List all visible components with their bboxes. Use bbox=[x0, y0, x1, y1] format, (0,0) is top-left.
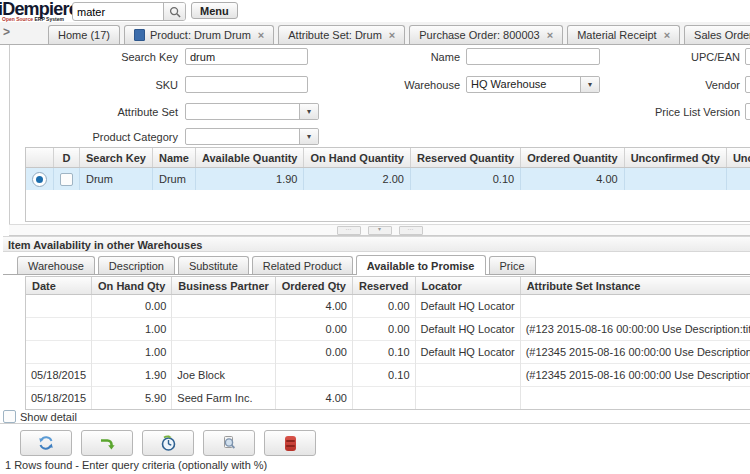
row-radio[interactable] bbox=[32, 172, 47, 187]
vendor-input[interactable] bbox=[745, 76, 750, 93]
column-header-reserved[interactable]: Reserved bbox=[352, 277, 415, 295]
column-header-date[interactable]: Date bbox=[26, 277, 92, 295]
column-header-search-key[interactable]: Search Key bbox=[80, 148, 153, 168]
close-icon[interactable]: × bbox=[547, 29, 553, 41]
refresh-button[interactable] bbox=[20, 430, 72, 456]
column-header-unconfirmed-move-qty[interactable]: Unconfirmed Move Qty bbox=[726, 148, 750, 168]
show-detail-label: Show detail bbox=[20, 411, 77, 423]
tab-substitute[interactable]: Substitute bbox=[178, 256, 249, 274]
search-key-label: Search Key bbox=[58, 51, 178, 63]
tab-material-receipt[interactable]: Material Receipt × bbox=[567, 25, 680, 44]
search-icon[interactable] bbox=[163, 3, 185, 20]
menu-button[interactable]: Menu bbox=[191, 2, 238, 19]
panel-border bbox=[9, 45, 10, 235]
tab-related-product[interactable]: Related Product bbox=[252, 256, 353, 274]
column-header-attribute-set-instance[interactable]: Attribute Set Instance bbox=[520, 277, 750, 295]
show-detail-checkbox[interactable] bbox=[3, 410, 16, 423]
column-header-locator[interactable]: Locator bbox=[415, 277, 520, 295]
chevron-down-icon[interactable]: ▾ bbox=[580, 77, 599, 92]
column-header-available-qty[interactable]: Available Quantity bbox=[195, 148, 304, 168]
zoom-button[interactable] bbox=[203, 430, 255, 456]
window-tabbar: > Home (17) Product: Drum Drum × Attribu… bbox=[0, 22, 750, 45]
price-list-version-input[interactable] bbox=[745, 103, 750, 120]
section-title: Item Availability in other Warehouses bbox=[3, 236, 750, 252]
close-icon[interactable]: × bbox=[664, 29, 670, 41]
table-cell bbox=[624, 168, 726, 191]
vendor-label: Vendor bbox=[620, 79, 740, 91]
upc-label: UPC/EAN bbox=[620, 51, 740, 63]
panel-splitter[interactable]: ··· ▾ ··· bbox=[9, 224, 750, 236]
table-cell: Drum bbox=[152, 168, 195, 191]
product-cube-icon bbox=[134, 29, 145, 41]
upc-input[interactable] bbox=[745, 48, 750, 65]
results-grid: D Search Key Name Available Quantity On … bbox=[25, 147, 750, 222]
table-cell bbox=[726, 168, 750, 191]
tab-product[interactable]: Product: Drum Drum × bbox=[124, 25, 274, 44]
tab-scroll-right-icon[interactable]: > bbox=[3, 25, 10, 43]
table-cell: Drum bbox=[80, 168, 153, 191]
column-header-name[interactable]: Name bbox=[152, 148, 195, 168]
table-row[interactable]: 05/18/2015 1.90 Joe Block 0.10 (#12345 2… bbox=[26, 364, 750, 387]
column-header-select[interactable] bbox=[26, 148, 54, 168]
splitter-grip-icon[interactable]: ··· bbox=[337, 226, 361, 235]
column-header-business-partner[interactable]: Business Partner bbox=[172, 277, 275, 295]
tab-attribute-set[interactable]: Attribute Set: Drum × bbox=[278, 25, 405, 44]
status-bar: 1 Rows found - Enter query criteria (opt… bbox=[0, 457, 750, 474]
sku-label: SKU bbox=[58, 79, 178, 91]
column-header-reserved-qty[interactable]: Reserved Quantity bbox=[410, 148, 520, 168]
tab-warehouse[interactable]: Warehouse bbox=[17, 256, 95, 274]
refresh-icon bbox=[38, 435, 54, 451]
chevron-down-icon[interactable]: ▾ bbox=[299, 104, 318, 119]
history-clock-icon bbox=[160, 435, 177, 452]
atp-table: Date On Hand Qty Business Partner Ordere… bbox=[25, 276, 750, 410]
warehouse-label: Warehouse bbox=[340, 79, 460, 91]
sku-input[interactable] bbox=[185, 76, 308, 93]
ok-button[interactable] bbox=[81, 430, 133, 456]
history-button[interactable] bbox=[142, 430, 194, 456]
warehouse-combo[interactable]: HQ Warehouse ▾ bbox=[466, 76, 600, 93]
search-key-input[interactable] bbox=[185, 48, 308, 65]
attribute-set-label: Attribute Set bbox=[58, 106, 178, 118]
database-icon bbox=[285, 436, 296, 451]
column-header-onhand[interactable]: On Hand Qty bbox=[92, 277, 172, 295]
price-list-version-label: Price List Version bbox=[610, 106, 740, 118]
tab-description[interactable]: Description bbox=[98, 256, 175, 274]
tab-price[interactable]: Price bbox=[489, 256, 536, 274]
table-cell: 0.10 bbox=[410, 168, 520, 191]
column-header-ordered-qty[interactable]: Ordered Quantity bbox=[521, 148, 624, 168]
name-label: Name bbox=[340, 51, 460, 63]
tab-sales-order[interactable]: Sales Order: 50000 × bbox=[684, 25, 750, 44]
chevron-down-icon[interactable]: ▾ bbox=[299, 129, 318, 144]
product-category-combo[interactable]: ▾ bbox=[185, 128, 319, 145]
bottom-toolbar bbox=[20, 430, 316, 456]
global-search-input[interactable] bbox=[73, 3, 163, 20]
name-input[interactable] bbox=[466, 48, 600, 65]
column-header-d[interactable]: D bbox=[54, 148, 80, 168]
close-icon[interactable]: × bbox=[389, 29, 395, 41]
tab-home[interactable]: Home (17) bbox=[48, 25, 120, 44]
table-row[interactable]: Drum Drum 1.90 2.00 0.10 4.00 bbox=[26, 168, 750, 191]
product-category-label: Product Category bbox=[58, 131, 178, 143]
toolbar-divider bbox=[0, 423, 750, 424]
tab-available-to-promise[interactable]: Available to Promise bbox=[356, 255, 486, 275]
table-row[interactable]: 05/18/2015 5.90 Seed Farm Inc. 4.00 Purc… bbox=[26, 387, 750, 410]
storage-button[interactable] bbox=[264, 430, 316, 456]
splitter-collapse-icon[interactable]: ▾ bbox=[368, 226, 392, 235]
table-cell: 4.00 bbox=[521, 168, 624, 191]
close-icon[interactable]: × bbox=[258, 29, 264, 41]
attribute-set-combo[interactable]: ▾ bbox=[185, 103, 319, 120]
row-checkbox[interactable] bbox=[60, 173, 73, 186]
table-row[interactable]: 1.00 0.00 0.10 Default HQ Locator (#1234… bbox=[26, 341, 750, 364]
table-cell: 2.00 bbox=[304, 168, 411, 191]
splitter-grip-icon[interactable]: ··· bbox=[399, 226, 423, 235]
tab-purchase-order[interactable]: Purchase Order: 800003 × bbox=[409, 25, 563, 44]
availability-tabbar: Warehouse Description Substitute Related… bbox=[3, 254, 750, 275]
column-header-onhand-qty[interactable]: On Hand Quantity bbox=[304, 148, 411, 168]
column-header-unconfirmed-qty[interactable]: Unconfirmed Qty bbox=[624, 148, 726, 168]
green-arrow-icon bbox=[99, 435, 115, 451]
column-header-ordered[interactable]: Ordered Qty bbox=[275, 277, 352, 295]
zoom-document-icon bbox=[221, 435, 237, 451]
table-row[interactable]: 0.00 4.00 0.00 Default HQ Locator HQ War… bbox=[26, 295, 750, 318]
table-cell: 1.90 bbox=[195, 168, 304, 191]
table-row[interactable]: 1.00 0.00 0.00 Default HQ Locator (#123 … bbox=[26, 318, 750, 341]
